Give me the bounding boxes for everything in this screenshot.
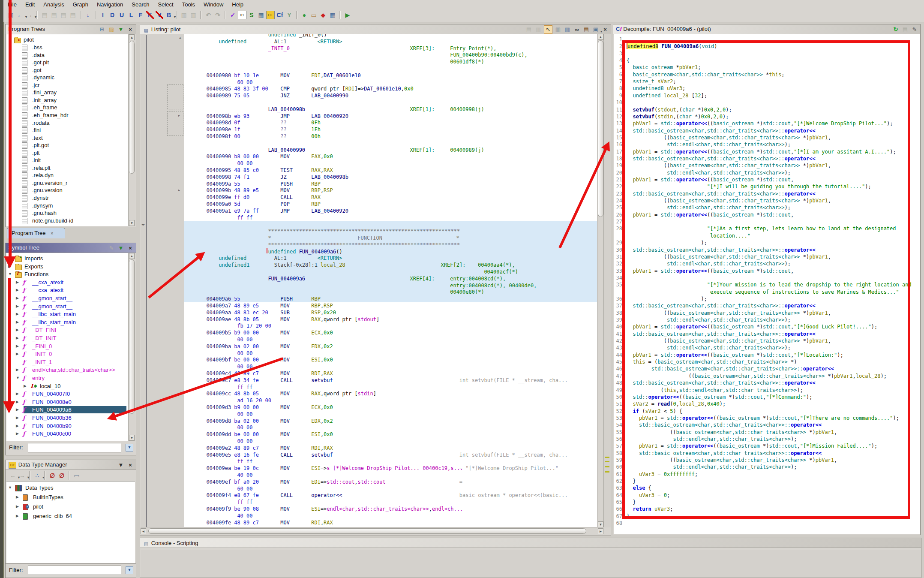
listing-field[interactable]: 1f <box>234 126 240 132</box>
listing-field[interactable]: 48 89 c7 <box>234 445 259 451</box>
listing-field[interactable]: XREF[1]: <box>410 106 435 112</box>
listing-vscrollbar[interactable]: ▲ ▼ <box>597 34 604 527</box>
tree-item-section[interactable]: .fini <box>6 126 128 134</box>
tree-item--cxa-atexit[interactable]: ▶ƒ__cxa_atexit <box>6 279 128 286</box>
listing-field[interactable]: ad 16 20 00 <box>237 397 271 403</box>
tree-item--init-0[interactable]: ▶ƒ_INIT_0 <box>6 350 128 358</box>
listing-field[interactable]: LAB_00400920 <box>311 113 348 119</box>
listing-field[interactable]: CALL <box>280 377 293 383</box>
listing-row[interactable]: 004009f4e8 67 feCALLoperator<<basic_ostr… <box>184 492 597 499</box>
listing-field[interactable]: e9 7a ff <box>234 208 259 214</box>
listing-row[interactable]: 00601df8(*) <box>184 58 597 65</box>
listing-row[interactable]: ad 16 20 00 <box>184 397 597 404</box>
scroll-down-icon[interactable]: ▼ <box>129 220 135 226</box>
expand-arrow-icon[interactable]: ▶ <box>16 424 19 428</box>
listing-field[interactable]: basic_ostream * operator<<(basic... <box>459 492 568 498</box>
listing-row[interactable]: 004009b5b9 00 00MOVECX,0x0 <box>184 329 597 336</box>
listing-field[interactable]: be 00 00 <box>234 357 259 363</box>
listing-field[interactable]: JNZ <box>280 93 290 99</box>
listing-row[interactable]: entry:004008cd(*), 00400de0, <box>184 282 597 289</box>
listing-row[interactable] <box>184 99 597 106</box>
listing-field[interactable]: 00601df8(*) <box>450 59 484 65</box>
listing-field[interactable]: int setvbuf(FILE * __stream, cha... <box>459 377 568 383</box>
listing-row[interactable]: _INIT_0XREF[3]:Entry Point(*), <box>184 45 597 52</box>
scroll-down-icon[interactable]: ▼ <box>598 521 603 527</box>
dtm-filter-input[interactable] <box>28 566 121 575</box>
dtm-header[interactable]: DT Data Type Manager ▼× <box>6 460 136 470</box>
listing-row[interactable]: 004009f9be 90 08MOVESI=>endl<char,std::c… <box>184 506 597 512</box>
close-icon[interactable]: × <box>601 26 609 33</box>
tree-item-section[interactable]: .text <box>6 134 128 142</box>
listing-field[interactable]: MOV <box>280 465 290 471</box>
expand-arrow-icon[interactable]: ▶ <box>16 400 19 404</box>
listing-field[interactable]: fb 17 20 00 <box>237 323 271 329</box>
forward-icon[interactable]: →▾ <box>25 11 34 19</box>
listing-field[interactable]: = "[*]Welcome DropShip Pilot..." <box>459 465 558 471</box>
listing-row[interactable]: fb 17 20 00 <box>184 322 597 329</box>
tree-item-section[interactable]: .bss <box>6 44 128 51</box>
listing-field[interactable]: ?? <box>280 126 286 132</box>
menu-select[interactable]: Select <box>154 0 178 9</box>
listing-row[interactable]: 004009e5e8 16 feCALLsetvbufint setvbuf(F… <box>184 452 597 458</box>
scroll-thumb[interactable] <box>598 40 603 217</box>
cursor-mode-icon[interactable]: ↖ <box>544 25 552 34</box>
tree-item-section[interactable]: .got.plt <box>6 59 128 66</box>
scroll-down-icon[interactable]: ▼ <box>129 435 135 441</box>
listing-field[interactable]: entry:004008cd(*), <box>450 276 506 282</box>
listing-field[interactable]: undefined <box>219 39 246 45</box>
listing-field[interactable]: ****************************************… <box>268 242 460 248</box>
listing-field[interactable]: 004009a6 <box>206 296 231 302</box>
listing-field[interactable]: 55 <box>234 181 240 187</box>
tree-item-section[interactable]: .eh_frame_hdr <box>6 111 128 119</box>
listing-field[interactable]: RAX <box>311 194 321 200</box>
listing-field[interactable]: 0040099b <box>206 187 231 193</box>
binary-view-icon[interactable]: 01 <box>238 11 246 19</box>
listing-field[interactable]: CMP <box>280 86 290 92</box>
listing-field[interactable]: 48 8b 05 <box>234 316 259 322</box>
listing-field[interactable]: ESI=>s_[*]Welcome_DropShip_Pilot..._0040… <box>311 465 463 471</box>
listing-field[interactable]: MOV <box>280 154 290 160</box>
listing-field[interactable]: 5d <box>234 201 240 207</box>
listing-field[interactable]: 004009ae <box>206 316 231 322</box>
listing-field[interactable]: ?? <box>280 133 286 139</box>
listing-field[interactable]: 00400989(j) <box>450 147 484 153</box>
listing-field[interactable]: be 00 00 <box>234 431 259 437</box>
expand-arrow-icon[interactable]: ▶ <box>16 344 19 348</box>
nav-in-icon[interactable]: ▤ <box>50 11 58 19</box>
listing-row[interactable]: 004009cc48 8b 05MOVRAX,qword ptr [stdin] <box>184 390 597 397</box>
listing-row[interactable]: 60 00 <box>184 79 597 86</box>
tree-item-fun-004007f0[interactable]: ▶ƒFUN_004007f0 <box>6 390 128 398</box>
listing-field[interactable]: 004009dd <box>206 431 231 437</box>
listing-field[interactable]: RAX,qword ptr [stdout] <box>311 316 379 322</box>
listing-field[interactable]: 00 00 <box>237 424 252 430</box>
listing-field[interactable]: MOV <box>280 72 290 78</box>
listing-field[interactable]: ba 02 00 <box>234 418 259 424</box>
nav-over-icon[interactable]: ▤ <box>59 11 68 19</box>
margin-chevron-icon[interactable]: ▸ <box>178 114 180 117</box>
listing-field[interactable]: 00 00 <box>237 350 252 356</box>
listing-row[interactable]: ff ff <box>184 458 597 465</box>
script-manager-icon[interactable]: S <box>247 11 256 19</box>
listing-row[interactable]: FUN_00400b90:00400bd9(c), <box>184 51 597 58</box>
listing-field[interactable]: 004009ba <box>206 343 231 349</box>
disassemble-icon[interactable]: ▥ <box>180 11 188 19</box>
listing-field[interactable]: 004009ea <box>206 465 231 471</box>
expand-arrow-icon[interactable]: ▼ <box>8 485 12 490</box>
listing-row[interactable]: ****************************************… <box>184 228 597 235</box>
scroll-up-icon[interactable]: ▲ <box>598 34 603 40</box>
listing-field[interactable]: setvbuf <box>311 452 333 458</box>
assemble-icon[interactable]: ▥ <box>189 11 198 19</box>
listing-field[interactable]: SUB <box>280 310 290 316</box>
listing-field[interactable]: 0040098e <box>206 126 231 132</box>
listing-field[interactable]: ff ff <box>237 215 252 221</box>
refresh-icon[interactable]: ↻ <box>892 26 900 33</box>
listing-field[interactable]: RBP,RSP <box>311 303 333 309</box>
listing-field[interactable]: PUSH <box>280 181 293 187</box>
listing-row[interactable]: 40 00 <box>184 512 597 519</box>
listing-row[interactable]: 004009ae48 8b 05MOVRAX,qword ptr [stdout… <box>184 316 597 323</box>
scroll-up-icon[interactable]: ▲ <box>129 34 135 40</box>
listing-row[interactable]: 004009e248 89 c7MOVRDI,RAX <box>184 445 597 452</box>
edit-table-icon[interactable]: ▥ <box>554 26 562 33</box>
decompile-line[interactable]: 68 <box>614 520 920 527</box>
listing-field[interactable]: LAB_00400920 <box>311 208 348 214</box>
